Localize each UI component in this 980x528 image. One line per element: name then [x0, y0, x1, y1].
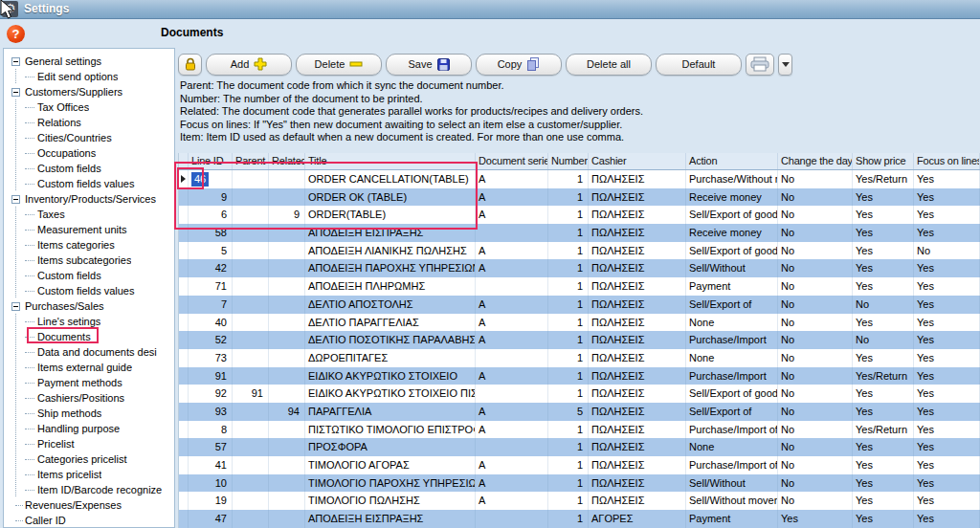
cell-show-price[interactable]: Yes/Return	[853, 170, 914, 188]
cell-action[interactable]: Sell/Export of	[686, 296, 778, 314]
cell-show-price[interactable]: Yes	[853, 277, 914, 296]
cell-parent[interactable]	[233, 206, 269, 224]
cell-document-series[interactable]: A	[476, 456, 548, 474]
table-row[interactable]: 47 ΑΠΟΔΕΙΞΗ ΕΙΣΠΡΑΞΗΣ 1 ΑΓΟΡΕΣ Payment Y…	[179, 510, 980, 528]
cell-line-id[interactable]: 46	[189, 170, 233, 188]
table-row[interactable]: 41 ΤΙΜΟΛΟΓΙΟ ΑΓΟΡΑΣ A 1 ΠΩΛΗΣΕΙΣ Purchas…	[179, 456, 980, 474]
cell-title[interactable]: ORDER OK (TABLE)	[305, 188, 476, 207]
cell-change-the-day[interactable]: No	[778, 314, 853, 332]
cell-line-id[interactable]: 92	[189, 385, 233, 403]
cell-related[interactable]	[269, 438, 305, 456]
cell-number[interactable]: 1	[548, 224, 589, 242]
cell-cashier[interactable]: ΠΩΛΗΣΕΙΣ	[589, 314, 686, 332]
cell-action[interactable]: Purchase/Import of	[686, 421, 778, 439]
sidebar-item-custom-fields[interactable]: Custom fields	[25, 161, 174, 176]
cell-parent[interactable]	[233, 421, 269, 439]
cell-line-id[interactable]: 10	[189, 474, 233, 493]
cell-focus-on-lines[interactable]: Yes	[914, 492, 980, 510]
row-selector-cell[interactable]	[179, 296, 189, 314]
cell-show-price[interactable]: Yes	[853, 206, 914, 224]
cell-line-id[interactable]: 71	[189, 277, 233, 296]
sidebar-item-custom-fields-values[interactable]: Custom fields values	[25, 283, 174, 298]
table-row[interactable]: 7 ΔΕΛΤΙΟ ΑΠΟΣΤΟΛΗΣ A 1 ΠΩΛΗΣΕΙΣ Sell/Exp…	[179, 296, 980, 314]
cell-line-id[interactable]: 42	[189, 259, 233, 277]
cell-line-id[interactable]: 93	[189, 403, 233, 421]
cell-document-series[interactable]: A	[476, 259, 548, 277]
row-selector-cell[interactable]	[179, 206, 189, 224]
cell-line-id[interactable]: 40	[189, 314, 233, 332]
sidebar-item-cashiers-positions[interactable]: Cashiers/Positions	[25, 390, 174, 406]
cell-document-series[interactable]	[476, 224, 548, 242]
cell-show-price[interactable]: Yes	[853, 224, 914, 242]
row-selector-cell[interactable]	[179, 277, 189, 296]
cell-related[interactable]	[269, 331, 305, 349]
cell-document-series[interactable]	[476, 510, 548, 528]
cell-cashier[interactable]: ΠΩΛΗΣΕΙΣ	[589, 456, 686, 474]
table-row[interactable]: 58 ΑΠΟΔΕΙΞΗ ΕΙΣΠΡΑΞΗΣ 1 ΠΩΛΗΣΕΙΣ Receive…	[179, 224, 980, 242]
delete-button[interactable]: Delete	[296, 54, 382, 76]
row-selector-cell[interactable]	[179, 331, 189, 349]
cell-focus-on-lines[interactable]: Yes	[914, 510, 980, 528]
cell-change-the-day[interactable]: No	[778, 385, 853, 403]
row-selector-cell[interactable]	[179, 403, 189, 421]
cell-action[interactable]: Purchase/Import	[686, 331, 778, 349]
col-header-parent[interactable]: Parent	[233, 153, 269, 169]
cell-line-id[interactable]: 41	[189, 456, 233, 474]
cell-cashier[interactable]: ΠΩΛΗΣΕΙΣ	[589, 367, 686, 385]
cell-document-series[interactable]	[476, 277, 548, 296]
cell-action[interactable]: Payment	[686, 277, 778, 296]
cell-number[interactable]: 1	[548, 188, 589, 207]
sidebar-item-documents[interactable]: Documents	[25, 329, 174, 344]
cell-show-price[interactable]: No	[853, 331, 914, 349]
cell-document-series[interactable]: A	[476, 170, 548, 188]
cell-cashier[interactable]: ΠΩΛΗΣΕΙΣ	[589, 438, 686, 456]
cell-number[interactable]: 1	[548, 474, 589, 493]
sidebar-item-edit-send-options[interactable]: Edit send options	[25, 69, 174, 84]
cell-document-series[interactable]: A	[476, 242, 548, 260]
cell-focus-on-lines[interactable]: Yes	[914, 331, 980, 349]
table-row[interactable]: 19 ΤΙΜΟΛΟΓΙΟ ΠΩΛΗΣΗΣ A 1 ΠΩΛΗΣΕΙΣ Sell/W…	[179, 492, 980, 510]
sidebar-item-payment-methods[interactable]: Payment methods	[25, 375, 174, 390]
cell-number[interactable]: 1	[548, 170, 589, 188]
col-header-cashier[interactable]: Cashier	[589, 153, 686, 169]
cell-cashier[interactable]: ΠΩΛΗΣΕΙΣ	[589, 474, 686, 493]
cell-parent[interactable]	[233, 474, 269, 493]
cell-title[interactable]: ΤΙΜΟΛΟΓΙΟ ΠΑΡΟΧΗΣ ΥΠΗΡΕΣΙΩΝ	[305, 474, 476, 493]
cell-focus-on-lines[interactable]: Yes	[914, 367, 980, 385]
cell-document-series[interactable]: A	[476, 188, 548, 207]
cell-action[interactable]: Purchase/Import of	[686, 456, 778, 474]
cell-action[interactable]: Purchase/Without r	[686, 170, 778, 188]
cell-focus-on-lines[interactable]: Yes	[914, 438, 980, 456]
cell-number[interactable]: 1	[548, 510, 589, 528]
cell-change-the-day[interactable]: No	[778, 492, 853, 510]
cell-parent[interactable]	[233, 296, 269, 314]
cell-line-id[interactable]: 73	[189, 349, 233, 367]
cell-title[interactable]: ORDER CANCELLATION(TABLE)	[305, 170, 476, 188]
cell-change-the-day[interactable]: No	[778, 474, 853, 493]
cell-change-the-day[interactable]: No	[778, 403, 853, 421]
sidebar-item-custom-fields[interactable]: Custom fields	[25, 268, 174, 283]
add-button[interactable]: Add	[206, 54, 292, 76]
row-selector-cell[interactable]	[179, 510, 189, 528]
sidebar-item-categories-pricelist[interactable]: Categories pricelist	[25, 451, 174, 467]
cell-document-series[interactable]: A	[476, 421, 548, 439]
cell-action[interactable]: Sell/Export of good	[686, 385, 778, 403]
col-header-related[interactable]: Related	[269, 153, 305, 169]
cell-show-price[interactable]: Yes	[853, 314, 914, 332]
row-selector-cell[interactable]	[179, 385, 189, 403]
col-header-action[interactable]: Action	[686, 153, 778, 169]
cell-document-series[interactable]: A	[476, 492, 548, 510]
cell-related[interactable]: 9	[269, 206, 305, 224]
table-row[interactable]: 52 ΔΕΛΤΙΟ ΠΟΣΟΤΙΚΗΣ ΠΑΡΑΛΑΒΗΣ A 1 ΠΩΛΗΣΕ…	[179, 331, 980, 349]
cell-number[interactable]: 1	[548, 456, 589, 474]
cell-title[interactable]: ΑΠΟΔΕΙΞΗ ΕΙΣΠΡΑΞΗΣ	[305, 224, 476, 242]
cell-action[interactable]: Sell/Export of	[686, 403, 778, 421]
col-header-change-the-day[interactable]: Change the day	[778, 153, 853, 169]
col-header-line-id[interactable]: Line ID	[189, 153, 233, 169]
cell-parent[interactable]	[233, 510, 269, 528]
cell-related[interactable]	[269, 259, 305, 277]
cell-change-the-day[interactable]: No	[778, 224, 853, 242]
copy-button[interactable]: Copy	[476, 54, 562, 76]
cell-change-the-day[interactable]: No	[778, 421, 853, 439]
cell-change-the-day[interactable]: Yes	[778, 510, 853, 528]
